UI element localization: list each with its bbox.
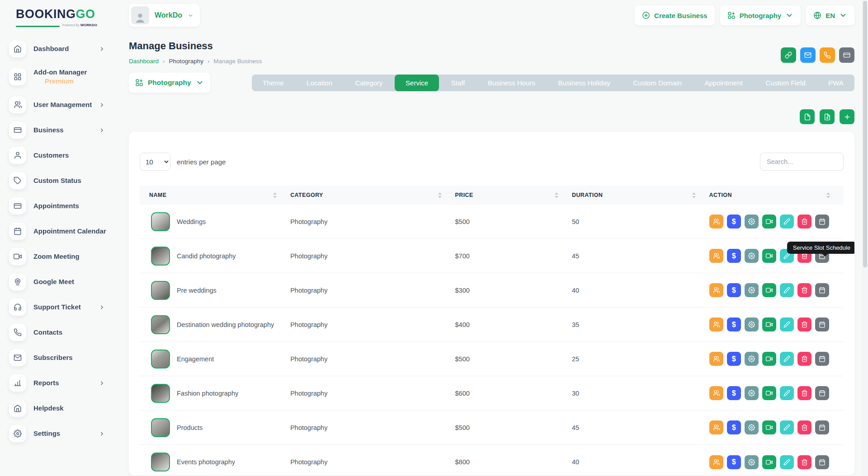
delete-button[interactable] [797,352,811,366]
edit-button[interactable] [780,215,794,229]
sidebar-item-support-ticket[interactable]: Support Ticket [0,294,122,320]
language-selector[interactable]: EN [806,5,854,25]
sort-icon[interactable] [692,192,696,198]
service-price-button[interactable]: $ [727,283,741,297]
breadcrumb-item-dashboard[interactable]: Dashboard [129,58,159,65]
column-header-action[interactable]: ACTION [709,192,844,198]
service-staff-button[interactable] [709,283,723,297]
column-header-category[interactable]: CATEGORY [290,192,455,198]
slot-schedule-button[interactable] [815,215,829,229]
slot-schedule-button[interactable] [815,386,829,400]
edit-button[interactable] [780,283,794,297]
tab-business-holiday[interactable]: Business Holiday [547,75,621,91]
service-price-button[interactable]: $ [727,317,741,331]
sidebar-item-helpdesk[interactable]: Helpdesk [0,396,122,421]
service-staff-button[interactable] [709,455,723,469]
service-settings-button[interactable] [745,386,759,400]
tab-custom-field[interactable]: Custom Field [755,75,816,91]
service-settings-button[interactable] [745,283,759,297]
service-settings-button[interactable] [745,249,759,263]
service-meeting-button[interactable] [762,317,776,331]
sidebar-item-appointments[interactable]: Appointments [0,193,122,219]
edit-button[interactable] [780,386,794,400]
tab-category[interactable]: Category [344,75,394,91]
sort-icon[interactable] [555,192,558,198]
card-button[interactable] [839,47,854,63]
delete-button[interactable] [797,215,811,229]
service-meeting-button[interactable] [762,215,776,229]
service-price-button[interactable]: $ [727,386,741,400]
service-meeting-button[interactable] [762,420,776,434]
edit-button[interactable] [780,317,794,331]
phone-button[interactable] [820,47,835,63]
workspace-switcher[interactable]: WorkDo [129,4,200,27]
service-price-button[interactable]: $ [727,215,741,229]
link-button[interactable] [781,47,796,63]
export-download-button[interactable] [820,109,835,124]
slot-schedule-button[interactable] [815,455,829,469]
sidebar-item-google-meet[interactable]: Google Meet [0,269,122,294]
service-price-button[interactable]: $ [727,455,741,469]
tab-custom-domain[interactable]: Custom Domain [622,75,693,91]
service-staff-button[interactable] [709,352,723,366]
delete-button[interactable] [797,386,811,400]
sort-icon[interactable] [438,192,442,198]
slot-schedule-button[interactable] [815,420,829,434]
edit-button[interactable] [780,420,794,434]
tab-appointment[interactable]: Appointment [693,75,753,91]
tab-service[interactable]: Service [395,75,439,91]
sidebar-item-customers[interactable]: Customers [0,143,122,168]
sort-icon[interactable] [273,192,277,198]
search-input[interactable] [760,153,844,171]
mail-button[interactable] [800,47,816,63]
sidebar-item-settings[interactable]: Settings [0,421,122,446]
business-switcher-button[interactable]: Photography [720,5,801,25]
tab-location[interactable]: Location [296,75,343,91]
delete-button[interactable] [797,317,811,331]
business-selector[interactable]: Photography [129,73,210,93]
slot-schedule-button[interactable] [815,352,829,366]
breadcrumb-item-photography[interactable]: Photography [169,58,203,65]
service-staff-button[interactable] [709,249,723,263]
tab-staff[interactable]: Staff [440,75,476,91]
service-meeting-button[interactable] [762,283,776,297]
add-service-button[interactable] [840,109,854,124]
slot-schedule-button[interactable] [815,283,829,297]
sidebar-item-add-on-manager[interactable]: Add-on ManagerPremium [0,61,122,92]
edit-button[interactable] [780,352,794,366]
scrollbar-thumb[interactable] [863,1,867,267]
tab-business-hours[interactable]: Business Hours [477,75,546,91]
sidebar-item-dashboard[interactable]: Dashboard [0,36,122,61]
create-business-button[interactable]: Create Business [635,5,715,25]
service-meeting-button[interactable] [762,386,776,400]
service-settings-button[interactable] [745,352,759,366]
service-meeting-button[interactable] [762,455,776,469]
delete-button[interactable] [797,420,811,434]
sidebar-item-user-management[interactable]: User Management [0,92,122,117]
sidebar-item-custom-status[interactable]: Custom Status [0,168,122,193]
delete-button[interactable] [797,455,811,469]
service-staff-button[interactable] [709,386,723,400]
service-settings-button[interactable] [745,317,759,331]
tab-theme[interactable]: Theme [252,75,295,91]
service-meeting-button[interactable] [762,249,776,263]
column-header-price[interactable]: PRICE [455,192,572,198]
sort-icon[interactable] [826,192,830,198]
sidebar-item-contacts[interactable]: Contacts [0,320,122,345]
service-settings-button[interactable] [745,420,759,434]
tab-pwa[interactable]: PWA [817,75,854,91]
edit-button[interactable] [780,455,794,469]
sidebar-item-subscribers[interactable]: Subscribers [0,345,122,370]
column-header-duration[interactable]: DURATION [572,192,709,198]
sidebar-item-business[interactable]: Business [0,117,122,143]
column-header-name[interactable]: NAME [140,192,290,198]
service-staff-button[interactable] [709,215,723,229]
service-price-button[interactable]: $ [727,249,741,263]
export-file-button[interactable] [800,109,815,124]
sidebar-item-appointment-calendar[interactable]: Appointment Calendar [0,219,122,244]
service-settings-button[interactable] [745,215,759,229]
sidebar-item-zoom-meeting[interactable]: Zoom Meeting [0,244,122,269]
scrollbar[interactable] [862,0,868,476]
service-staff-button[interactable] [709,317,723,331]
entries-per-page-select[interactable]: 10 [140,153,170,171]
